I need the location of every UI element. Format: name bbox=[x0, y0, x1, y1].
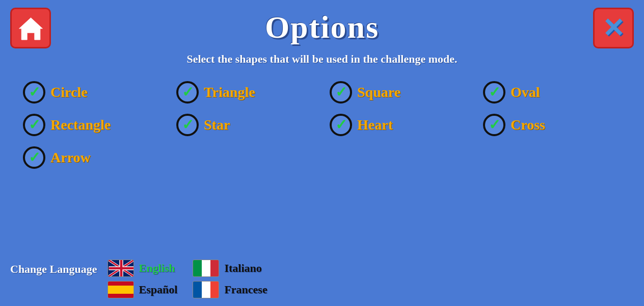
lang-label-francese: Francese bbox=[224, 283, 267, 296]
close-icon: ✕ bbox=[602, 13, 625, 43]
shape-item-circle[interactable]: Circle bbox=[15, 76, 169, 109]
page-title: Options bbox=[0, 0, 644, 45]
shape-item-arrow[interactable]: Arrow bbox=[15, 141, 169, 174]
shape-label-heart: Heart bbox=[357, 117, 393, 133]
checkbox-arrow[interactable] bbox=[23, 146, 45, 169]
lang-label-espanol: Español bbox=[139, 283, 178, 296]
home-icon bbox=[17, 14, 45, 42]
lang-item-italiano[interactable]: Italiano bbox=[193, 260, 267, 277]
language-section: Change Language EnglishItalianoEspañolFr… bbox=[10, 260, 267, 298]
shape-label-arrow: Arrow bbox=[50, 149, 91, 166]
shape-label-circle: Circle bbox=[50, 84, 88, 100]
flag-italiano bbox=[193, 260, 219, 277]
checkbox-oval[interactable] bbox=[483, 81, 505, 104]
flag-francese bbox=[193, 281, 219, 298]
language-options: EnglishItalianoEspañolFrancese bbox=[108, 260, 267, 298]
lang-item-english[interactable]: English bbox=[108, 260, 178, 277]
change-language-label: Change Language bbox=[10, 263, 97, 276]
shape-item-heart[interactable]: Heart bbox=[322, 109, 475, 141]
shape-label-oval: Oval bbox=[511, 84, 540, 100]
close-button[interactable]: ✕ bbox=[593, 8, 634, 48]
shape-item-rectangle[interactable]: Rectangle bbox=[15, 109, 169, 141]
shape-label-rectangle: Rectangle bbox=[50, 117, 111, 133]
shape-item-triangle[interactable]: Triangle bbox=[169, 76, 322, 109]
flag-espanol bbox=[108, 281, 134, 298]
home-button[interactable] bbox=[10, 8, 51, 48]
checkbox-cross[interactable] bbox=[483, 114, 505, 136]
shape-item-cross[interactable]: Cross bbox=[475, 109, 629, 141]
checkbox-triangle[interactable] bbox=[176, 81, 199, 104]
shapes-grid: Circle Triangle Square Oval Rectangle St… bbox=[15, 76, 629, 174]
lang-label-italiano: Italiano bbox=[224, 262, 261, 275]
checkbox-heart[interactable] bbox=[330, 114, 352, 136]
lang-item-espanol[interactable]: Español bbox=[108, 281, 178, 298]
shape-item-square[interactable]: Square bbox=[322, 76, 475, 109]
svg-marker-0 bbox=[19, 17, 42, 39]
lang-item-francese[interactable]: Francese bbox=[193, 281, 267, 298]
shape-item-oval[interactable]: Oval bbox=[475, 76, 629, 109]
checkbox-circle[interactable] bbox=[23, 81, 45, 104]
checkbox-star[interactable] bbox=[176, 114, 199, 136]
shape-label-square: Square bbox=[357, 84, 400, 100]
shape-label-triangle: Triangle bbox=[204, 84, 255, 100]
checkbox-rectangle[interactable] bbox=[23, 114, 45, 136]
flag-english bbox=[108, 260, 134, 277]
checkbox-square[interactable] bbox=[330, 81, 352, 104]
lang-label-english: English bbox=[139, 262, 175, 275]
shape-label-cross: Cross bbox=[511, 117, 545, 133]
shape-item-star[interactable]: Star bbox=[169, 109, 322, 141]
subtitle-text: Select the shapes that will be used in t… bbox=[0, 53, 644, 66]
shape-label-star: Star bbox=[204, 117, 230, 133]
